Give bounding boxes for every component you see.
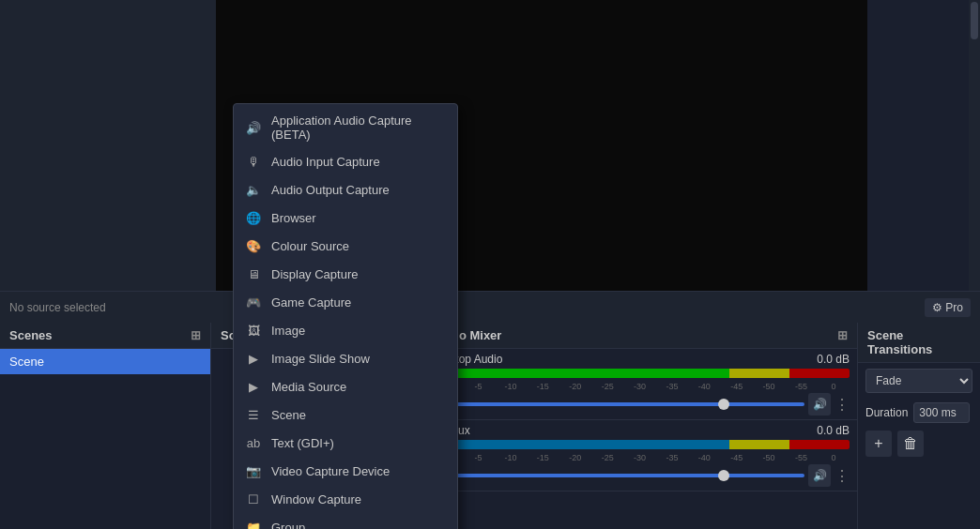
video-capture-icon: 📷 xyxy=(245,462,262,479)
dropdown-item-text-gdi[interactable]: abText (GDI+) xyxy=(234,429,457,457)
left-sidebar xyxy=(0,0,216,291)
mic-aux-thumb xyxy=(718,470,729,481)
meter-labels-mic: 0 -5 -10 -15 -20 -25 -30 -35 -40 -45 -50… xyxy=(430,453,850,464)
transition-type-select[interactable]: Fade xyxy=(865,369,972,393)
dropdown-item-video-capture[interactable]: 📷Video Capture Device xyxy=(234,457,457,485)
audio-mixer-icon[interactable]: ⊞ xyxy=(837,328,848,342)
audio-output-label: Audio Output Capture xyxy=(271,183,390,197)
dropdown-item-game-capture[interactable]: 🎮Game Capture xyxy=(234,288,457,316)
colour-source-label: Colour Source xyxy=(271,239,349,253)
audio-input-label: Audio Input Capture xyxy=(271,155,380,169)
audio-output-icon: 🔈 xyxy=(245,181,262,198)
desktop-audio-channel: Desktop Audio 0.0 dB 0 -5 -10 -15 -20 -2… xyxy=(422,349,857,420)
mic-aux-slider[interactable] xyxy=(430,474,804,477)
scenes-panel-header: Scenes ⊞ xyxy=(0,323,210,349)
mic-aux-channel: Mic/Aux 0.0 dB 0 -5 -10 -15 -20 -25 -30 … xyxy=(422,420,857,491)
desktop-audio-meter xyxy=(430,369,850,378)
add-transition-button[interactable]: + xyxy=(865,431,892,457)
remove-transition-button[interactable]: 🗑 xyxy=(897,431,924,457)
add-source-dropdown: 🔊Application Audio Capture (BETA)🎙Audio … xyxy=(233,103,458,529)
dropdown-item-app-audio[interactable]: 🔊Application Audio Capture (BETA) xyxy=(234,108,457,147)
duration-label: Duration xyxy=(865,406,908,419)
image-label: Image xyxy=(271,324,305,338)
dropdown-item-media-source[interactable]: ▶Media Source xyxy=(234,372,457,401)
duration-input[interactable] xyxy=(913,402,970,423)
desktop-audio-menu[interactable]: ⋮ xyxy=(835,396,850,414)
meter-yellow xyxy=(729,369,789,378)
media-source-label: Media Source xyxy=(271,380,346,394)
browser-icon: 🌐 xyxy=(245,209,262,226)
mic-aux-meter xyxy=(430,440,850,449)
scenes-icon[interactable]: ⊞ xyxy=(191,328,201,342)
app-audio-icon: 🔊 xyxy=(245,119,262,136)
scenes-title: Scenes xyxy=(9,328,53,342)
dropdown-item-group[interactable]: 📁Group xyxy=(234,513,457,529)
audio-mixer-panel: Audio Mixer ⊞ Desktop Audio 0.0 dB 0 -5 … xyxy=(422,323,858,529)
dropdown-item-image[interactable]: 🖼Image xyxy=(234,316,457,344)
dropdown-item-audio-input[interactable]: 🎙Audio Input Capture xyxy=(234,147,457,175)
scene-icon: ☰ xyxy=(245,406,262,423)
mic-aux-header: Mic/Aux 0.0 dB xyxy=(430,424,850,437)
dropdown-item-browser[interactable]: 🌐Browser xyxy=(234,204,457,232)
text-gdi-icon: ab xyxy=(245,434,262,451)
desktop-audio-controls: 🔊 ⋮ xyxy=(430,393,850,416)
browser-label: Browser xyxy=(271,211,316,225)
mic-audio-menu[interactable]: ⋮ xyxy=(835,467,850,485)
mic-meter-yellow xyxy=(729,440,789,449)
mic-meter-red xyxy=(789,440,850,449)
desktop-audio-thumb xyxy=(718,399,729,410)
colour-source-icon: 🎨 xyxy=(245,237,262,254)
mic-aux-db: 0.0 dB xyxy=(817,424,850,437)
scrollbar-thumb xyxy=(971,2,978,39)
desktop-mute-button[interactable]: 🔊 xyxy=(808,393,831,416)
window-capture-label: Window Capture xyxy=(271,492,361,506)
transitions-title: Scene Transitions xyxy=(867,328,971,356)
media-source-icon: ▶ xyxy=(245,378,262,395)
group-label: Group xyxy=(271,521,305,530)
game-capture-icon: 🎮 xyxy=(245,294,262,310)
scene-transitions-panel: Scene Transitions Fade Duration + 🗑 xyxy=(858,323,980,529)
scenes-panel: Scenes ⊞ Scene xyxy=(0,323,211,529)
dropdown-item-audio-output[interactable]: 🔈Audio Output Capture xyxy=(234,175,457,204)
mic-aux-controls: 🔊 ⋮ xyxy=(430,464,850,487)
audio-input-icon: 🎙 xyxy=(245,153,262,170)
source-bar: No source selected ⚙ Pro xyxy=(0,291,980,323)
image-slide-show-icon: ▶ xyxy=(245,350,262,367)
mic-meter-blue xyxy=(430,440,729,449)
no-source-label: No source selected xyxy=(9,301,925,314)
group-icon: 📁 xyxy=(245,519,262,529)
transition-buttons: + 🗑 xyxy=(858,427,980,461)
bottom-panels: Scenes ⊞ Scene So Audio Mixer ⊞ Desktop … xyxy=(0,323,980,529)
desktop-audio-db: 0.0 dB xyxy=(817,353,850,366)
scrollbar[interactable] xyxy=(969,0,980,291)
dropdown-item-image-slide-show[interactable]: ▶Image Slide Show xyxy=(234,344,457,372)
desktop-audio-slider[interactable] xyxy=(430,402,804,406)
image-slide-show-label: Image Slide Show xyxy=(271,352,370,366)
scene-item[interactable]: Scene xyxy=(0,349,210,374)
display-capture-icon: 🖥 xyxy=(245,265,262,282)
dropdown-item-scene[interactable]: ☰Scene xyxy=(234,401,457,429)
dropdown-item-window-capture[interactable]: ☐Window Capture xyxy=(234,485,457,513)
dropdown-item-colour-source[interactable]: 🎨Colour Source xyxy=(234,232,457,260)
meter-red xyxy=(789,369,850,378)
meter-labels-desktop: 0 -5 -10 -15 -20 -25 -30 -35 -40 -45 -50… xyxy=(430,382,850,393)
audio-mixer-header: Audio Mixer ⊞ xyxy=(422,323,857,349)
text-gdi-label: Text (GDI+) xyxy=(271,436,334,450)
meter-green xyxy=(430,369,729,378)
image-icon: 🖼 xyxy=(245,322,262,339)
desktop-audio-header: Desktop Audio 0.0 dB xyxy=(430,353,850,366)
duration-row: Duration xyxy=(858,399,980,427)
scene-label: Scene xyxy=(271,408,306,422)
video-capture-label: Video Capture Device xyxy=(271,464,390,478)
app-audio-label: Application Audio Capture (BETA) xyxy=(271,113,446,142)
game-capture-label: Game Capture xyxy=(271,295,351,310)
transitions-header: Scene Transitions xyxy=(858,323,980,363)
properties-button[interactable]: ⚙ Pro xyxy=(925,298,971,317)
mic-mute-button[interactable]: 🔊 xyxy=(808,464,831,487)
dropdown-item-display-capture[interactable]: 🖥Display Capture xyxy=(234,260,457,288)
display-capture-label: Display Capture xyxy=(271,267,359,281)
window-capture-icon: ☐ xyxy=(245,491,262,507)
